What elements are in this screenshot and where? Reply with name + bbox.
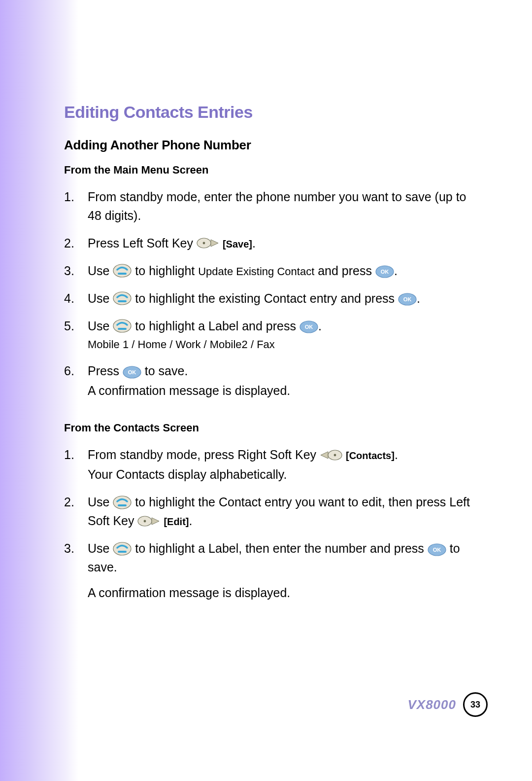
- text: .: [417, 291, 420, 305]
- text: to highlight a Label, then enter the num…: [135, 541, 427, 555]
- step-body: From standby mode, press Right Soft Key …: [88, 445, 483, 484]
- step-number: 3.: [64, 261, 88, 280]
- list-item: 3. Use to highlight a Label, then enter …: [64, 539, 483, 602]
- nav-key-icon: [113, 319, 132, 333]
- right-softkey-icon: [320, 450, 342, 461]
- section-b-heading: From the Contacts Screen: [64, 422, 483, 434]
- section-a-steps: 1. From standby mode, enter the phone nu…: [64, 187, 483, 400]
- subheading: Adding Another Phone Number: [64, 138, 483, 153]
- step-body: Use to highlight Update Existing Contact…: [88, 261, 483, 280]
- text: to save.: [145, 364, 188, 378]
- step-number: 5.: [64, 317, 88, 335]
- text: to highlight: [135, 264, 198, 278]
- confirmation-note: A confirmation message is displayed.: [88, 381, 483, 400]
- label-options: Mobile 1 / Home / Work / Mobile2 / Fax: [88, 336, 483, 353]
- step-number: 2.: [64, 234, 88, 252]
- list-item: 3. Use to highlight Update Existing Cont…: [64, 261, 483, 280]
- step-body: Press Left Soft Key [Save].: [88, 234, 483, 252]
- svg-text:OK: OK: [403, 296, 412, 302]
- page-content: Editing Contacts Entries Adding Another …: [0, 0, 532, 781]
- text: Use: [88, 319, 113, 333]
- step-number: 3.: [64, 539, 88, 558]
- ok-key-icon: OK: [299, 320, 318, 332]
- step-body: Use to highlight a Label, then enter the…: [88, 539, 483, 602]
- nav-key-icon: [113, 496, 132, 509]
- text: Press Left Soft Key: [88, 236, 197, 250]
- section-b-steps: 1. From standby mode, press Right Soft K…: [64, 445, 483, 602]
- svg-text:OK: OK: [128, 369, 136, 375]
- text: Use: [88, 264, 113, 278]
- step-body: Press OK to save. A confirmation message…: [88, 361, 483, 400]
- text: and press: [314, 264, 375, 278]
- list-item: 6. Press OK to save. A confirmation mess…: [64, 361, 483, 400]
- step-body: Use to highlight the existing Contact en…: [88, 289, 483, 308]
- svg-point-6: [113, 292, 131, 305]
- step-body: Use to highlight a Label and press OK . …: [88, 317, 483, 353]
- svg-point-22: [113, 542, 131, 555]
- list-item: 1. From standby mode, enter the phone nu…: [64, 187, 483, 225]
- svg-point-2: [113, 264, 131, 277]
- svg-point-10: [113, 320, 131, 332]
- svg-point-1: [203, 242, 205, 245]
- step-number: 4.: [64, 289, 88, 308]
- svg-rect-11: [118, 328, 127, 330]
- step-number: 2.: [64, 493, 88, 511]
- key-label: [Edit]: [164, 516, 189, 527]
- text: Press: [88, 364, 123, 378]
- ok-key-icon: OK: [375, 264, 394, 277]
- list-item: 5. Use to highlight a Label and press OK…: [64, 317, 483, 353]
- left-softkey-icon: [197, 238, 219, 248]
- confirmation-note: A confirmation message is displayed.: [88, 583, 483, 602]
- text: .: [395, 448, 398, 462]
- svg-text:OK: OK: [381, 269, 389, 275]
- list-item: 1. From standby mode, press Right Soft K…: [64, 445, 483, 484]
- ok-key-icon: OK: [428, 542, 446, 555]
- svg-text:OK: OK: [305, 324, 313, 330]
- text: Use: [88, 495, 113, 509]
- menu-option: Update Existing Contact: [198, 265, 314, 278]
- page-title: Editing Contacts Entries: [64, 103, 483, 122]
- step-number: 1.: [64, 445, 88, 464]
- svg-text:OK: OK: [433, 547, 441, 553]
- svg-rect-3: [118, 273, 127, 275]
- ok-key-icon: OK: [123, 365, 141, 378]
- step-body: Use to highlight the Contact entry you w…: [88, 493, 483, 530]
- text: .: [252, 236, 256, 250]
- svg-point-17: [334, 454, 336, 456]
- nav-key-icon: [113, 542, 132, 556]
- svg-rect-7: [118, 300, 127, 302]
- svg-point-18: [113, 496, 131, 509]
- text: to highlight the existing Contact entry …: [135, 291, 398, 305]
- list-item: 2. Press Left Soft Key [Save].: [64, 234, 483, 252]
- text: .: [189, 514, 193, 528]
- nav-key-icon: [113, 264, 132, 278]
- left-softkey-icon: [137, 516, 160, 527]
- text: From standby mode, press Right Soft Key: [88, 448, 320, 462]
- ok-key-icon: OK: [398, 292, 417, 305]
- note: Your Contacts display alphabetically.: [88, 465, 483, 484]
- key-label: [Save]: [223, 239, 252, 249]
- text: to highlight a Label and press: [135, 319, 299, 333]
- key-label: [Contacts]: [346, 450, 395, 461]
- svg-rect-23: [118, 551, 127, 553]
- text: .: [318, 319, 322, 333]
- step-body: From standby mode, enter the phone numbe…: [88, 187, 483, 225]
- section-a-heading: From the Main Menu Screen: [64, 164, 483, 177]
- list-item: 2. Use to highlight the Contact entry yo…: [64, 493, 483, 530]
- step-number: 1.: [64, 187, 88, 206]
- list-item: 4. Use to highlight the existing Contact…: [64, 289, 483, 308]
- text: Use: [88, 541, 113, 555]
- step-number: 6.: [64, 361, 88, 380]
- svg-point-21: [144, 520, 146, 522]
- svg-rect-19: [118, 504, 127, 506]
- text: .: [394, 264, 398, 278]
- nav-key-icon: [113, 291, 132, 305]
- text: Use: [88, 291, 113, 305]
